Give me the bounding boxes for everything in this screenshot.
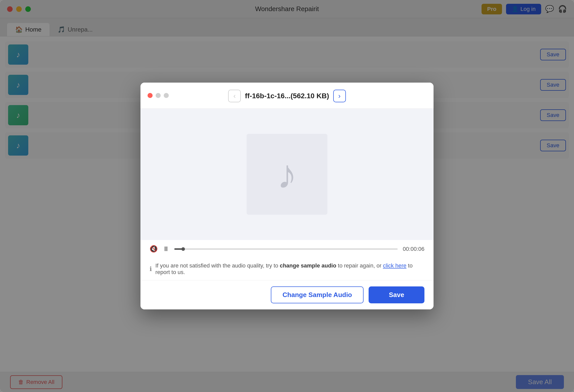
audio-preview-modal: ‹ ff-16b-1c-16...(562.10 KB) › ♪ 🔇 ⏸: [140, 83, 434, 309]
modal-filename: ff-16b-1c-16...(562.10 KB): [245, 92, 329, 100]
modal-traffic-lights: [148, 93, 169, 98]
modal-navigation: ‹ ff-16b-1c-16...(562.10 KB) ›: [228, 90, 346, 102]
change-sample-audio-button[interactable]: Change Sample Audio: [271, 286, 364, 303]
modal-footer: Change Sample Audio Save: [140, 280, 434, 309]
info-icon: ℹ: [150, 265, 152, 273]
info-message: If you are not satisfied with the audio …: [155, 262, 424, 276]
modal-header: ‹ ff-16b-1c-16...(562.10 KB) ›: [140, 83, 434, 109]
modal-info-bar: ℹ If you are not satisfied with the audi…: [140, 258, 434, 280]
app-window: Wondershare Repairit Pro 👤 Log in 💬 🎧 🏠 …: [0, 0, 574, 392]
time-display: 00:00:06: [403, 246, 424, 252]
modal-maximize-button[interactable]: [164, 93, 169, 98]
mute-icon[interactable]: 🔇: [150, 245, 158, 253]
progress-track[interactable]: [174, 248, 398, 250]
playback-bar: 🔇 ⏸ 00:00:06: [140, 240, 434, 258]
modal-close-button[interactable]: [148, 93, 153, 98]
nav-prev-button[interactable]: ‹: [228, 90, 241, 102]
pause-icon[interactable]: ⏸: [163, 245, 169, 253]
audio-preview-area: ♪: [247, 134, 327, 215]
progress-thumb: [181, 247, 185, 251]
music-note-icon: ♪: [277, 151, 297, 198]
click-here-link[interactable]: click here: [383, 262, 406, 269]
modal-overlay: ‹ ff-16b-1c-16...(562.10 KB) › ♪ 🔇 ⏸: [0, 0, 574, 392]
modal-body: ♪: [140, 109, 434, 240]
modal-save-button[interactable]: Save: [369, 286, 424, 303]
modal-minimize-button[interactable]: [156, 93, 161, 98]
nav-next-button[interactable]: ›: [333, 90, 346, 102]
